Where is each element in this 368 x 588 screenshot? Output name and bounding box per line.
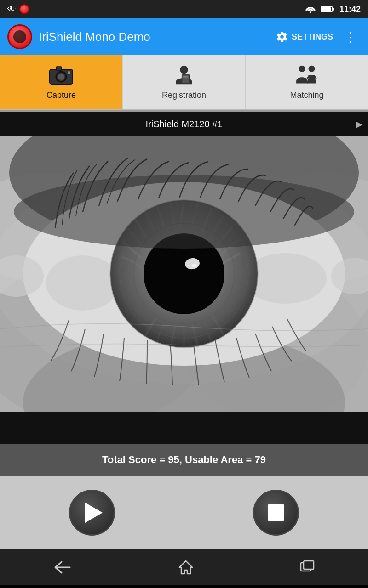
eye-image-area	[0, 136, 368, 412]
tab-registration[interactable]: Registration	[123, 55, 246, 109]
tab-bar: Capture Registration	[0, 55, 368, 110]
status-dot-icon	[19, 4, 29, 14]
svg-point-13	[299, 65, 305, 72]
eye-image	[0, 136, 368, 412]
recent-apps-icon	[299, 560, 316, 575]
tab-capture[interactable]: Capture	[0, 55, 123, 109]
home-icon	[178, 559, 194, 576]
settings-gear-icon	[276, 31, 288, 43]
black-gap	[0, 412, 368, 444]
tab-capture-label: Capture	[46, 90, 76, 100]
overflow-menu-button[interactable]: ⋮	[340, 26, 361, 48]
svg-point-0	[310, 11, 311, 13]
svg-point-8	[68, 71, 70, 74]
play-button[interactable]	[69, 490, 115, 536]
tab-matching-label: Matching	[290, 90, 323, 100]
matching-icon	[293, 65, 321, 88]
person-book-icon	[172, 65, 196, 85]
back-icon	[52, 560, 73, 575]
status-eye-icon: 👁	[7, 5, 16, 14]
svg-rect-62	[304, 561, 314, 569]
wifi-icon	[305, 6, 316, 13]
score-bar: Total Score = 95, Usable Area = 79	[0, 444, 368, 476]
settings-button[interactable]: SETTINGS	[270, 27, 339, 46]
registration-icon	[172, 65, 196, 88]
dropdown-arrow-icon: ▶	[356, 119, 362, 130]
tab-registration-label: Registration	[162, 90, 206, 100]
couple-icon	[293, 65, 321, 85]
camera-icon	[49, 65, 74, 85]
score-text: Total Score = 95, Usable Area = 79	[102, 454, 266, 466]
capture-icon	[49, 65, 74, 88]
navigation-bar	[0, 549, 368, 585]
home-button[interactable]	[178, 559, 194, 576]
back-button[interactable]	[52, 560, 73, 575]
svg-point-26	[46, 255, 120, 311]
battery-icon	[321, 6, 334, 13]
status-bar: 👁 11:42	[0, 0, 368, 18]
app-logo	[7, 24, 32, 49]
app-title: IriShield Mono Demo	[39, 30, 270, 44]
svg-rect-3	[322, 7, 331, 11]
svg-point-14	[309, 65, 315, 72]
recent-apps-button[interactable]	[299, 560, 316, 575]
tab-matching[interactable]: Matching	[246, 55, 368, 109]
stop-button[interactable]	[253, 490, 299, 536]
play-icon	[85, 503, 103, 523]
svg-point-6	[58, 74, 64, 80]
svg-point-9	[180, 65, 188, 74]
svg-rect-2	[332, 8, 334, 11]
controls-bar	[0, 476, 368, 549]
app-bar: IriShield Mono Demo SETTINGS ⋮	[0, 18, 368, 55]
svg-rect-7	[56, 67, 62, 70]
svg-point-58	[14, 175, 354, 249]
settings-label: SETTINGS	[292, 32, 333, 42]
stop-icon	[268, 504, 284, 521]
status-time: 11:42	[339, 5, 361, 14]
camera-label: IriShield M2120 #1	[7, 119, 361, 130]
camera-selector-bar[interactable]: IriShield M2120 #1 ▶	[0, 112, 368, 136]
